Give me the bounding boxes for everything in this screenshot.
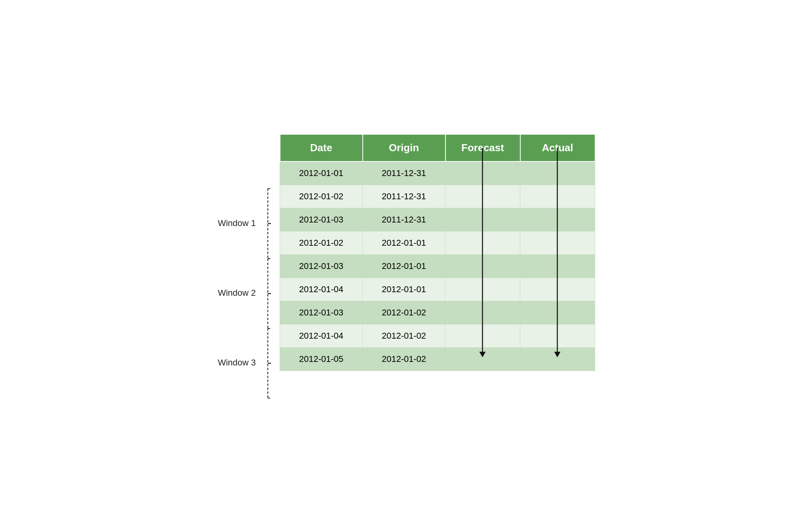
cell-date: 2012-01-05 xyxy=(280,348,363,371)
table-row: 2012-01-032012-01-02 xyxy=(280,301,595,324)
windows-panel: Window 1Window 2Window 3 xyxy=(201,161,272,398)
cell-forecast xyxy=(445,208,520,232)
window-label: Window 2 xyxy=(218,288,256,298)
table-row: 2012-01-022012-01-01 xyxy=(280,232,595,255)
cell-actual xyxy=(520,232,595,255)
cell-origin: 2012-01-01 xyxy=(363,255,445,278)
cell-actual xyxy=(520,278,595,301)
main-container: Window 1Window 2Window 3 Date Origin For… xyxy=(201,134,596,398)
cell-origin: 2011-12-31 xyxy=(363,208,445,232)
cell-actual xyxy=(520,185,595,208)
cell-origin: 2011-12-31 xyxy=(363,161,445,185)
header-forecast: Forecast xyxy=(445,134,520,161)
table-row: 2012-01-022011-12-31 xyxy=(280,185,595,208)
cell-forecast xyxy=(445,348,520,371)
cell-origin: 2012-01-02 xyxy=(363,348,445,371)
table-wrapper: Date Origin Forecast Actual 2012-01-0120… xyxy=(280,134,596,371)
cell-date: 2012-01-03 xyxy=(280,255,363,278)
cell-actual xyxy=(520,208,595,232)
cell-forecast xyxy=(445,301,520,324)
cell-date: 2012-01-02 xyxy=(280,232,363,255)
table-row: 2012-01-042012-01-02 xyxy=(280,324,595,348)
header-date: Date xyxy=(280,134,363,161)
cell-origin: 2012-01-01 xyxy=(363,278,445,301)
bracket-svg xyxy=(256,258,272,329)
header-actual: Actual xyxy=(520,134,595,161)
cell-date: 2012-01-04 xyxy=(280,278,363,301)
cell-forecast xyxy=(445,278,520,301)
data-table: Date Origin Forecast Actual 2012-01-0120… xyxy=(280,134,596,371)
table-row: 2012-01-012011-12-31 xyxy=(280,161,595,185)
window-label: Window 1 xyxy=(218,218,256,228)
cell-actual xyxy=(520,348,595,371)
cell-date: 2012-01-04 xyxy=(280,324,363,348)
cell-actual xyxy=(520,161,595,185)
cell-origin: 2012-01-02 xyxy=(363,301,445,324)
cell-forecast xyxy=(445,185,520,208)
cell-date: 2012-01-03 xyxy=(280,301,363,324)
header-origin: Origin xyxy=(363,134,445,161)
cell-actual xyxy=(520,255,595,278)
table-row: 2012-01-042012-01-01 xyxy=(280,278,595,301)
cell-actual xyxy=(520,324,595,348)
cell-forecast xyxy=(445,324,520,348)
table-row: 2012-01-032011-12-31 xyxy=(280,208,595,232)
cell-origin: 2011-12-31 xyxy=(363,185,445,208)
cell-date: 2012-01-03 xyxy=(280,208,363,232)
cell-origin: 2012-01-01 xyxy=(363,232,445,255)
cell-forecast xyxy=(445,255,520,278)
window-label: Window 3 xyxy=(218,358,256,368)
cell-date: 2012-01-01 xyxy=(280,161,363,185)
table-row: 2012-01-032012-01-01 xyxy=(280,255,595,278)
cell-forecast xyxy=(445,161,520,185)
table-row: 2012-01-052012-01-02 xyxy=(280,348,595,371)
cell-actual xyxy=(520,301,595,324)
cell-origin: 2012-01-02 xyxy=(363,324,445,348)
bracket-svg xyxy=(256,188,272,260)
cell-forecast xyxy=(445,232,520,255)
bracket-svg xyxy=(256,328,272,399)
cell-date: 2012-01-02 xyxy=(280,185,363,208)
